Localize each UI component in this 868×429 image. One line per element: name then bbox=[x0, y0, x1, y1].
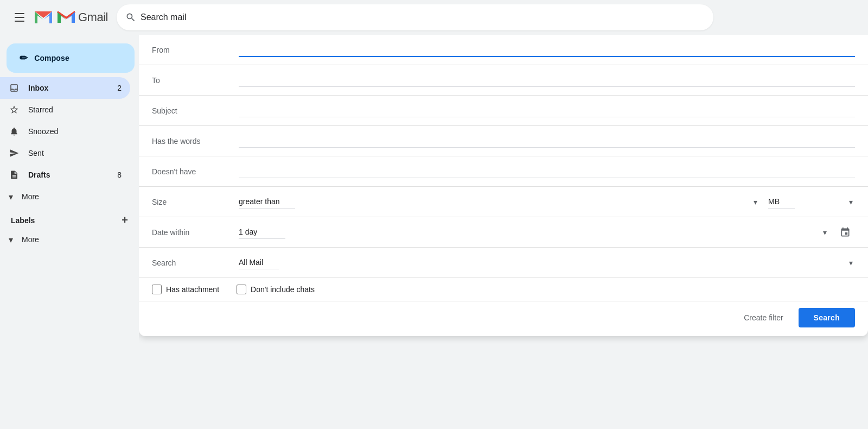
date-within-select[interactable]: 1 day 3 days 1 week 2 weeks 1 month 2 mo… bbox=[239, 225, 285, 239]
inbox-label: Inbox bbox=[28, 84, 108, 92]
more-label-2: More bbox=[22, 235, 39, 244]
sidebar-item-inbox[interactable]: Inbox 2 bbox=[0, 77, 130, 99]
gmail-text-label: Gmail bbox=[78, 10, 108, 24]
has-attachment-label: Has attachment bbox=[166, 285, 219, 294]
hamburger-menu[interactable] bbox=[9, 7, 30, 28]
has-words-input[interactable] bbox=[239, 134, 855, 148]
to-input-wrapper bbox=[239, 73, 855, 87]
dont-include-chats-checkbox-label[interactable]: Don't include chats bbox=[237, 285, 315, 294]
subject-row: Subject bbox=[139, 96, 868, 126]
star-icon bbox=[9, 105, 20, 115]
date-within-select-wrapper: 1 day 3 days 1 week 2 weeks 1 month 2 mo… bbox=[239, 225, 829, 239]
search-mail-placeholder[interactable]: Search mail bbox=[141, 12, 705, 22]
search-in-select-wrapper: All Mail Inbox Starred Sent Drafts Spam … bbox=[239, 256, 855, 269]
search-button[interactable]: Search bbox=[799, 308, 855, 327]
search-in-label: Search bbox=[152, 258, 239, 267]
size-unit-select[interactable]: MB GB KB bbox=[768, 195, 795, 209]
inbox-icon bbox=[9, 83, 20, 93]
snooze-icon bbox=[9, 127, 20, 136]
sidebar: ✏ Compose Inbox 2 Starred Snoozed bbox=[0, 35, 139, 429]
size-unit-wrapper: MB GB KB ▾ bbox=[768, 195, 855, 209]
sidebar-more-1[interactable]: ▾ More bbox=[0, 186, 139, 207]
from-input-wrapper bbox=[239, 43, 855, 57]
size-comparison-select[interactable]: greater than less than bbox=[239, 195, 295, 209]
has-attachment-checkbox[interactable] bbox=[152, 285, 162, 294]
chevron-down-icon-2: ▾ bbox=[9, 235, 13, 245]
gmail-logo: Gmail bbox=[33, 7, 108, 28]
sent-icon bbox=[9, 148, 20, 158]
drafts-icon bbox=[9, 170, 20, 180]
date-within-row: Date within 1 day 3 days 1 week 2 weeks … bbox=[139, 217, 868, 248]
snoozed-label: Snoozed bbox=[28, 127, 122, 136]
size-label: Size bbox=[152, 198, 239, 206]
starred-label: Starred bbox=[28, 105, 122, 114]
advanced-search-panel: From To Subject Has the bbox=[139, 35, 868, 336]
size-unit-arrow: ▾ bbox=[849, 198, 853, 206]
from-label: From bbox=[152, 46, 239, 54]
google-m-icon bbox=[33, 7, 54, 28]
size-row: Size greater than less than ▾ MB GB K bbox=[139, 187, 868, 217]
from-row: From bbox=[139, 35, 868, 65]
date-inputs-wrapper: 1 day 3 days 1 week 2 weeks 1 month 2 mo… bbox=[239, 223, 855, 242]
date-within-label: Date within bbox=[152, 228, 239, 237]
doesnt-have-input[interactable] bbox=[239, 165, 855, 178]
compose-label: Compose bbox=[34, 54, 69, 62]
doesnt-have-row: Doesn't have bbox=[139, 156, 868, 187]
has-words-label: Has the words bbox=[152, 137, 239, 146]
calendar-picker-button[interactable] bbox=[835, 223, 855, 242]
gmail-m-svg bbox=[56, 10, 76, 25]
labels-heading: Labels bbox=[11, 216, 35, 225]
to-label: To bbox=[152, 76, 239, 85]
search-in-arrow: ▾ bbox=[849, 258, 853, 267]
sidebar-more-2[interactable]: ▾ More bbox=[0, 229, 139, 250]
size-inputs-wrapper: greater than less than ▾ MB GB KB ▾ bbox=[239, 195, 855, 209]
date-within-arrow: ▾ bbox=[823, 228, 827, 237]
labels-section-header: Labels + bbox=[0, 207, 139, 229]
search-bar[interactable]: Search mail bbox=[117, 4, 713, 30]
search-bar-container: Search mail bbox=[117, 4, 713, 30]
sidebar-item-snoozed[interactable]: Snoozed bbox=[0, 121, 130, 142]
search-icon bbox=[125, 12, 136, 23]
doesnt-have-label: Doesn't have bbox=[152, 167, 239, 176]
size-comparison-arrow: ▾ bbox=[754, 198, 757, 206]
subject-label: Subject bbox=[152, 106, 239, 115]
search-in-select[interactable]: All Mail Inbox Starred Sent Drafts Spam … bbox=[239, 256, 279, 269]
dont-include-chats-label: Don't include chats bbox=[251, 285, 315, 294]
more-label-1: More bbox=[22, 192, 39, 201]
has-attachment-checkbox-label[interactable]: Has attachment bbox=[152, 285, 219, 294]
sidebar-item-starred[interactable]: Starred bbox=[0, 99, 130, 121]
subject-input-wrapper bbox=[239, 104, 855, 117]
has-words-input-wrapper bbox=[239, 134, 855, 148]
sent-label: Sent bbox=[28, 149, 122, 157]
search-in-inputs: All Mail Inbox Starred Sent Drafts Spam … bbox=[239, 256, 855, 269]
dont-include-chats-checkbox[interactable] bbox=[237, 285, 246, 294]
doesnt-have-input-wrapper bbox=[239, 165, 855, 178]
to-input[interactable] bbox=[239, 73, 855, 87]
sidebar-item-drafts[interactable]: Drafts 8 bbox=[0, 164, 130, 186]
has-words-row: Has the words bbox=[139, 126, 868, 156]
main-body: ✏ Compose Inbox 2 Starred Snoozed bbox=[0, 35, 868, 429]
drafts-label: Drafts bbox=[28, 171, 108, 179]
inbox-count: 2 bbox=[117, 84, 122, 92]
checkboxes-row: Has attachment Don't include chats bbox=[139, 278, 868, 301]
content-area: From To Subject Has the bbox=[139, 35, 868, 429]
sidebar-item-sent[interactable]: Sent bbox=[0, 142, 130, 164]
search-in-row: Search All Mail Inbox Starred Sent Draft… bbox=[139, 248, 868, 278]
compose-button[interactable]: ✏ Compose bbox=[7, 43, 135, 73]
pencil-icon: ✏ bbox=[20, 52, 28, 64]
from-input[interactable] bbox=[239, 43, 855, 57]
subject-input[interactable] bbox=[239, 104, 855, 117]
create-filter-button[interactable]: Create filter bbox=[735, 308, 792, 327]
add-label-icon[interactable]: + bbox=[122, 214, 128, 226]
size-comparison-wrapper: greater than less than ▾ bbox=[239, 195, 760, 209]
chevron-down-icon-1: ▾ bbox=[9, 192, 13, 202]
top-bar: Gmail Search mail bbox=[0, 0, 868, 35]
drafts-count: 8 bbox=[117, 171, 122, 179]
panel-footer: Create filter Search bbox=[139, 301, 868, 336]
to-row: To bbox=[139, 65, 868, 96]
